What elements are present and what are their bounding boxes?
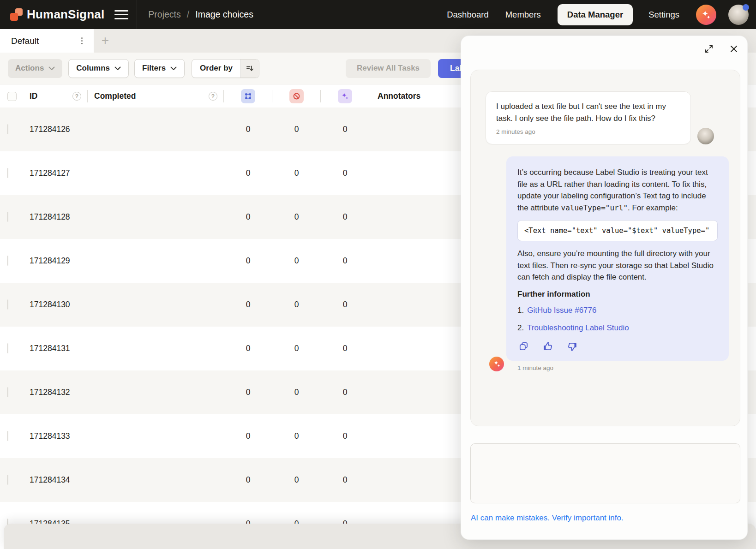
assistant-paragraph: It’s occurring because Label Studio is t… xyxy=(517,167,718,214)
column-header-predictions[interactable] xyxy=(321,85,369,107)
thumbs-down-button[interactable] xyxy=(566,340,578,352)
list-item: 2. Troubleshooting Label Studio xyxy=(517,322,718,334)
ai-assistant-button[interactable] xyxy=(696,5,716,25)
annotations-count: 0 xyxy=(246,168,251,178)
inline-code: valueType="url" xyxy=(561,203,628,212)
review-all-tasks-button[interactable]: Review All Tasks xyxy=(346,59,431,78)
sort-icon xyxy=(246,64,254,72)
tab-default[interactable]: Default xyxy=(0,29,94,53)
cancelled-count: 0 xyxy=(294,475,299,485)
column-header-cancelled-annotations[interactable] xyxy=(272,85,321,107)
annotations-icon xyxy=(241,89,255,103)
sparkles-icon xyxy=(493,360,501,368)
nav-item-data-manager[interactable]: Data Manager xyxy=(558,4,633,25)
github-issue-link[interactable]: GitHub Issue #6776 xyxy=(527,304,596,316)
thumbs-down-icon xyxy=(567,341,578,352)
tab-options-kebab-icon[interactable] xyxy=(78,35,86,48)
task-id: 171284131 xyxy=(26,344,88,353)
top-navigation: HumanSignal Projects / Image choices Das… xyxy=(0,0,756,29)
troubleshooting-link[interactable]: Troubleshooting Label Studio xyxy=(527,322,629,334)
plus-icon: + xyxy=(102,33,109,48)
row-checkbox[interactable] xyxy=(7,475,8,485)
filters-dropdown[interactable]: Filters xyxy=(134,59,185,78)
nav-item-dashboard[interactable]: Dashboard xyxy=(447,10,489,20)
annotations-count: 0 xyxy=(246,256,251,266)
thumbs-up-button[interactable] xyxy=(542,340,554,352)
row-checkbox[interactable] xyxy=(7,212,8,222)
columns-dropdown[interactable]: Columns xyxy=(68,59,129,78)
annotations-count: 0 xyxy=(246,300,251,310)
hamburger-menu-icon[interactable] xyxy=(114,10,128,20)
cancelled-annotations-icon xyxy=(289,89,304,103)
user-message-text: I uploaded a text file but I can't see t… xyxy=(496,101,680,125)
sort-direction-button[interactable] xyxy=(240,60,259,78)
ai-disclaimer-link[interactable]: AI can make mistakes. Verify important i… xyxy=(471,513,624,523)
copy-button[interactable] xyxy=(517,340,529,352)
thumbs-up-icon xyxy=(542,341,553,352)
assistant-message-timestamp: 1 minute ago xyxy=(517,364,732,371)
help-icon[interactable]: ? xyxy=(72,92,81,101)
app-window: HumanSignal Projects / Image choices Das… xyxy=(0,0,756,549)
close-panel-button[interactable] xyxy=(727,42,741,56)
task-id: 171284133 xyxy=(26,431,88,441)
chat-message-list[interactable]: I uploaded a text file but I can't see t… xyxy=(470,70,740,426)
chevron-down-icon xyxy=(170,66,177,71)
nav-item-members[interactable]: Members xyxy=(505,10,541,20)
annotations-count: 0 xyxy=(246,431,251,441)
user-avatar xyxy=(697,128,714,144)
row-checkbox[interactable] xyxy=(7,256,8,266)
breadcrumb-projects[interactable]: Projects xyxy=(148,9,180,20)
actions-dropdown[interactable]: Actions xyxy=(8,59,62,78)
row-checkbox[interactable] xyxy=(7,343,8,353)
predictions-count: 0 xyxy=(343,168,348,178)
cancelled-count: 0 xyxy=(294,431,299,441)
predictions-count: 0 xyxy=(343,256,348,266)
user-message-bubble: I uploaded a text file but I can't see t… xyxy=(486,91,691,144)
expand-icon xyxy=(703,43,714,54)
predictions-count: 0 xyxy=(343,344,348,353)
predictions-count: 0 xyxy=(343,388,348,397)
add-view-button[interactable]: + xyxy=(97,33,113,48)
breadcrumb-separator: / xyxy=(187,9,189,20)
row-checkbox[interactable] xyxy=(7,387,8,397)
predictions-count: 0 xyxy=(343,431,348,441)
breadcrumb-current-project: Image choices xyxy=(195,9,253,20)
row-checkbox[interactable] xyxy=(7,431,8,441)
user-avatar[interactable] xyxy=(728,5,749,25)
column-header-id[interactable]: ID ? xyxy=(26,85,88,107)
order-by-button[interactable]: Order by xyxy=(192,60,240,78)
task-id: 171284134 xyxy=(26,475,88,485)
close-icon xyxy=(729,44,739,54)
predictions-count: 0 xyxy=(343,300,348,310)
annotations-count: 0 xyxy=(246,125,251,134)
task-id: 171284132 xyxy=(26,388,88,397)
chevron-down-icon xyxy=(48,66,55,71)
predictions-icon xyxy=(338,89,352,103)
list-item: 1. GitHub Issue #6776 xyxy=(517,304,718,316)
code-block[interactable]: <Text name="text" value="$text" valueTyp… xyxy=(517,220,718,241)
task-id: 171284130 xyxy=(26,300,88,310)
predictions-count: 0 xyxy=(343,475,348,485)
column-header-annotations[interactable] xyxy=(224,85,272,107)
task-id: 171284128 xyxy=(26,212,88,222)
annotations-count: 0 xyxy=(246,212,251,222)
row-checkbox[interactable] xyxy=(7,168,8,178)
humansignal-logo-icon xyxy=(10,8,23,21)
cancelled-count: 0 xyxy=(294,388,299,397)
chevron-down-icon xyxy=(114,66,121,71)
expand-panel-button[interactable] xyxy=(702,42,716,56)
tab-label: Default xyxy=(11,36,39,46)
row-checkbox[interactable] xyxy=(7,124,8,134)
chat-message-input[interactable] xyxy=(470,443,740,503)
cancelled-count: 0 xyxy=(294,168,299,178)
column-header-completed[interactable]: Completed ? xyxy=(88,85,224,107)
assistant-avatar xyxy=(489,357,504,371)
assistant-paragraph: Also, ensure you’re mounting the full di… xyxy=(517,248,718,283)
copy-icon xyxy=(518,341,529,352)
help-icon[interactable]: ? xyxy=(209,92,217,101)
row-checkbox[interactable] xyxy=(7,299,8,310)
select-all-checkbox[interactable] xyxy=(7,92,17,101)
nav-item-settings[interactable]: Settings xyxy=(648,10,679,20)
cancelled-count: 0 xyxy=(294,125,299,134)
humansignal-logo[interactable]: HumanSignal xyxy=(10,7,104,22)
